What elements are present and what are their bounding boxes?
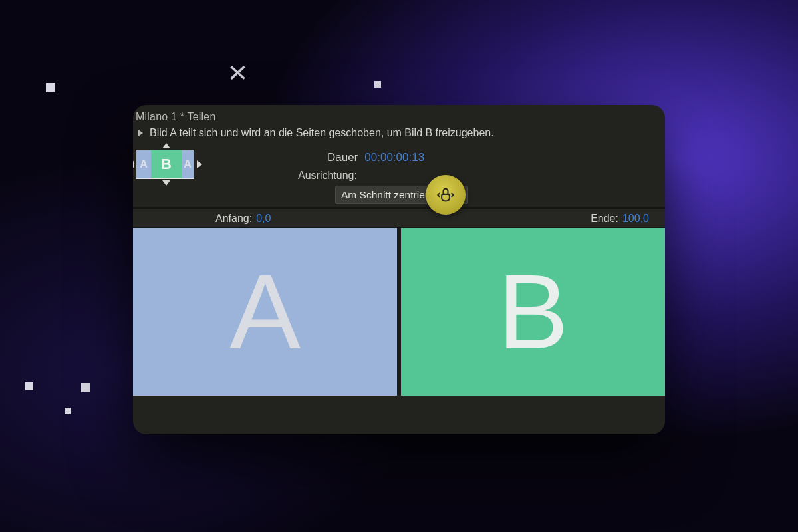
duration-value[interactable]: 00:00:00:13 [364,151,424,164]
preview-letter-a: A [229,259,301,365]
alignment-selected: Am Schnitt zentrieren [341,189,440,201]
transition-description: Bild A teilt sich und wird an die Seiten… [150,127,494,139]
duration-label: Dauer [327,151,358,164]
preview-frame-b: B [401,228,665,396]
preview-letter-b: B [497,259,569,365]
arrow-up-icon[interactable] [162,143,170,148]
arrow-down-icon[interactable] [162,180,170,186]
thumb-letter-a: A [136,150,151,178]
breadcrumb: Milano 1 * Teilen [136,111,658,123]
thumb-letter-a: A [182,150,194,178]
range-start-label: Anfang: [215,213,252,225]
arrow-right-icon[interactable] [197,160,202,168]
decor-square [25,382,33,390]
disclosure-triangle-icon[interactable] [138,130,143,136]
arrow-left-icon[interactable] [133,160,134,168]
range-start-value[interactable]: 0,0 [256,213,271,225]
transition-preview: A B [133,228,665,396]
preview-frame-a: A [133,228,397,396]
decor-square [46,83,55,92]
decor-square [65,408,71,414]
range-row: Anfang: 0,0 Ende: 100,0 [133,208,665,228]
decor-x-icon: × [228,55,248,90]
transition-direction-thumbnail[interactable]: A B A [136,150,194,187]
decor-square [374,81,381,88]
alignment-label: Ausrichtung: [298,170,660,182]
decor-square [81,383,90,392]
transition-settings-panel: Milano 1 * Teilen Bild A teilt sich und … [133,105,665,434]
cursor-highlight-icon [426,175,466,215]
thumb-letter-b: B [151,150,182,178]
range-end-value[interactable]: 100,0 [622,213,649,225]
range-end-label: Ende: [591,213,618,225]
